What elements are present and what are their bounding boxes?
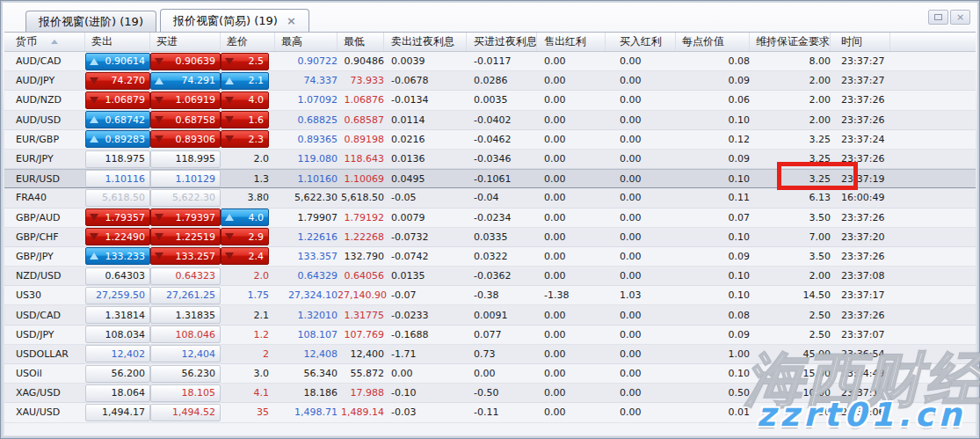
symbol-label: USD/JPY (8, 329, 85, 340)
spread-value[interactable]: 2.4 (221, 247, 269, 265)
quote-row-fra40[interactable]: FRA405,618.505,622.303.805,622.305,618.5… (4, 188, 976, 208)
spread-value[interactable]: 2.0 (254, 270, 270, 282)
spread-value[interactable]: 1.75 (248, 289, 270, 301)
quote-row-aud-jpy[interactable]: AUD/JPY74.27074.2912.174.33773.933-0.067… (4, 71, 976, 91)
quote-row-usd-jpy[interactable]: USD/JPY108.034108.0461.2108.107107.769-0… (4, 326, 976, 345)
column-header[interactable]: 维持保证金要求 (750, 33, 831, 51)
quote-row-us30[interactable]: US3027,259.5027,261.251.7527,324.1027,14… (4, 286, 976, 305)
sell-button[interactable]: 108.034 (85, 326, 150, 343)
quote-row-aud-cad[interactable]: AUD/CAD0.906140.906392.50.907220.904860.… (4, 52, 976, 71)
spread-value[interactable]: 2.1 (221, 72, 269, 90)
spread-value[interactable]: 2 (263, 348, 269, 360)
sell-button[interactable]: 0.64303 (85, 267, 150, 285)
sell-button[interactable]: 1.22490 (85, 228, 150, 245)
spread-value[interactable]: 4.1 (254, 387, 270, 399)
buy-button[interactable]: 1.79397 (150, 209, 221, 226)
quote-row-aud-nzd[interactable]: AUD/NZD1.068791.069194.01.070921.06876-0… (4, 91, 976, 110)
buy-button[interactable]: 56.230 (150, 365, 221, 383)
sell-button[interactable]: 1,494.17 (85, 404, 150, 421)
quote-row-eur-usd[interactable]: EUR/USD1.101161.101291.31.101601.100690.… (4, 169, 976, 188)
spread-value[interactable]: 1.2 (254, 329, 270, 340)
spread-value[interactable]: 2.1 (254, 310, 270, 321)
quote-row-gbp-chf[interactable]: GBP/CHF1.224901.225192.91.226161.22268-0… (4, 228, 976, 247)
spread-value[interactable]: 1.6 (221, 111, 269, 128)
quote-row-eur-gbp[interactable]: EUR/GBP0.892830.893062.30.893650.891980.… (4, 130, 976, 150)
spread-value[interactable]: 2.9 (221, 228, 269, 245)
column-header[interactable]: 卖出过夜利息 (384, 33, 467, 51)
column-header[interactable]: 时间 (831, 33, 890, 51)
buy-button[interactable]: 1.31835 (150, 306, 221, 324)
quote-row-gbp-aud[interactable]: GBP/AUD1.793571.793974.01.799071.791920.… (4, 209, 976, 228)
spread-value[interactable]: 35 (257, 406, 269, 418)
quote-row-nzd-usd[interactable]: NZD/USD0.643030.643232.00.643290.640560.… (4, 267, 976, 286)
column-header[interactable]: 买入红利 (606, 33, 676, 51)
sell-button[interactable]: 12,402 (85, 345, 150, 362)
sell-button[interactable]: 118.975 (85, 150, 150, 168)
buy-button[interactable]: 5,622.30 (150, 189, 221, 207)
window-top-border (1, 1, 979, 9)
spread-value[interactable]: 4.0 (221, 91, 269, 109)
close-window-button[interactable]: × (950, 10, 970, 25)
column-header[interactable]: 买进 (150, 33, 221, 51)
sell-button[interactable]: 1.10116 (85, 170, 150, 187)
quote-row-xau-usd[interactable]: XAU/USD1,494.171,494.52351,498.711,489.1… (4, 403, 976, 422)
column-header[interactable]: 差价 (221, 33, 275, 51)
buy-button[interactable]: 1.10129 (150, 170, 221, 187)
buy-button[interactable]: 108.046 (150, 326, 221, 343)
spread-value[interactable]: 3.0 (254, 368, 270, 379)
tab-quotes-simple[interactable]: 报价视窗(简易) (19) × (160, 9, 309, 32)
column-header[interactable]: 售出红利 (537, 33, 606, 51)
column-header[interactable]: 最低 (338, 33, 384, 51)
quote-row-usdollar[interactable]: USDOLLAR12,40212,404212,40812,400-1.710.… (4, 345, 976, 364)
buy-button[interactable]: 12,404 (150, 345, 221, 362)
sell-button[interactable]: 1.79357 (85, 209, 150, 226)
tab-quotes-advanced[interactable]: 报价视窗(进阶) (19) (25, 11, 156, 32)
spread-value[interactable]: 2.0 (254, 153, 270, 165)
column-header[interactable]: 卖出 (85, 33, 150, 51)
column-header[interactable]: 每点价值 (676, 33, 750, 51)
buy-button[interactable]: 133.257 (150, 247, 221, 265)
sell-button[interactable]: 5,618.50 (85, 189, 150, 207)
cell-buy-oi: -0.0234 (467, 212, 537, 223)
buy-button[interactable]: 74.291 (150, 72, 221, 90)
buy-button[interactable]: 1.06919 (150, 91, 221, 109)
buy-button[interactable]: 118.995 (150, 150, 221, 168)
sell-button[interactable]: 74.270 (85, 72, 150, 90)
sell-button[interactable]: 0.89283 (85, 130, 150, 148)
buy-button[interactable]: 1,494.52 (150, 404, 221, 421)
sell-button[interactable]: 1.31814 (85, 306, 150, 324)
column-header[interactable]: 货币 (8, 33, 85, 51)
column-header[interactable]: 买进过夜利息 (467, 33, 537, 51)
sell-button[interactable]: 133.233 (85, 247, 150, 265)
spread-value[interactable]: 1.3 (254, 173, 270, 185)
buy-button[interactable]: 1.22519 (150, 228, 221, 245)
quote-row-gbp-jpy[interactable]: GBP/JPY133.233133.2572.4133.357132.790-0… (4, 247, 976, 267)
tab-close-icon[interactable]: × (287, 14, 296, 27)
quote-row-aud-usd[interactable]: AUD/USD0.687420.687581.60.688250.685870.… (4, 111, 976, 130)
quote-row-xag-usd[interactable]: XAG/USD18.06418.1054.118.18617.988-0.10-… (4, 384, 976, 403)
sell-button[interactable]: 0.68742 (85, 111, 150, 128)
quote-row-usd-cad[interactable]: USD/CAD1.318141.318352.11.320101.31775-0… (4, 305, 976, 325)
spread-value[interactable]: 4.0 (221, 209, 269, 226)
cell-time: 23:34:49 (831, 368, 890, 379)
sort-ascending-icon (51, 40, 58, 44)
buy-button[interactable]: 0.64323 (150, 267, 221, 285)
sell-button[interactable]: 27,259.50 (85, 287, 150, 304)
buy-button[interactable]: 0.90639 (150, 53, 221, 70)
sell-button[interactable]: 0.90614 (85, 53, 150, 70)
spread-value[interactable]: 2.5 (221, 53, 269, 70)
buy-button[interactable]: 0.89306 (150, 130, 221, 148)
spread-value[interactable]: 3.80 (248, 192, 270, 203)
quote-row-eur-jpy[interactable]: EUR/JPY118.975118.9952.0119.080118.6430.… (4, 150, 976, 169)
restore-window-button[interactable] (928, 10, 948, 25)
column-header[interactable]: 最高 (275, 33, 338, 51)
spread-value[interactable]: 2.3 (221, 130, 269, 148)
buy-button[interactable]: 27,261.25 (150, 287, 221, 304)
sell-button[interactable]: 56.200 (85, 365, 150, 383)
buy-button[interactable]: 18.105 (150, 384, 221, 402)
quote-row-usoil[interactable]: USOil56.20056.2303.056.34055.8720.000.00… (4, 364, 976, 384)
buy-button[interactable]: 0.68758 (150, 111, 221, 128)
cell-sell-oi: 0.0135 (384, 270, 467, 282)
sell-button[interactable]: 1.06879 (85, 91, 150, 109)
sell-button[interactable]: 18.064 (85, 384, 150, 402)
